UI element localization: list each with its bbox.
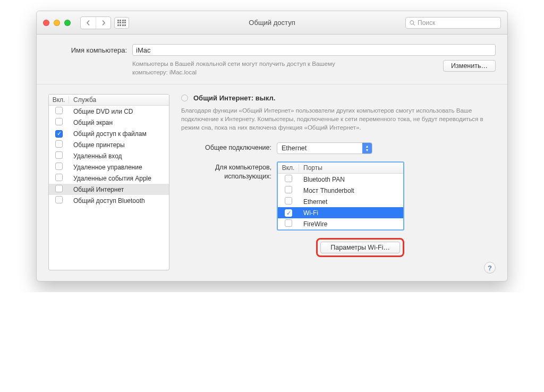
sharing-preferences-window: Общий доступ Имя компьютера: Компьютеры …: [36, 11, 508, 282]
service-label: Общий Интернет: [69, 186, 169, 193]
service-checkbox[interactable]: [55, 118, 63, 125]
wifi-options-button[interactable]: Параметры Wi-Fi…: [320, 242, 400, 253]
port-checkbox[interactable]: [285, 175, 292, 182]
port-row[interactable]: FireWire: [278, 218, 403, 229]
service-checkbox[interactable]: ✓: [55, 130, 63, 138]
select-arrows-icon: ▲▼: [362, 143, 372, 154]
help-button[interactable]: ?: [484, 262, 496, 274]
search-field[interactable]: [405, 17, 501, 29]
service-label: Удаленное управление: [69, 164, 169, 171]
service-label: Общие принтеры: [69, 141, 169, 149]
detail-pane: Общий Интернет: выкл. Благодаря функции …: [181, 94, 496, 270]
services-header: Вкл. Служба: [49, 95, 169, 106]
service-row[interactable]: Общий Интернет: [49, 184, 169, 195]
computer-name-section: Имя компьютера: Компьютеры в Вашей локал…: [37, 35, 507, 84]
titlebar: Общий доступ: [37, 11, 507, 35]
svg-line-1: [413, 23, 415, 25]
service-label: Общие DVD или CD: [69, 108, 169, 115]
service-label: Общий доступ Bluetooth: [69, 197, 169, 204]
service-row[interactable]: Общий экран: [49, 117, 169, 128]
to-computers-label: Для компьютеров, использующих:: [181, 161, 277, 181]
service-checkbox[interactable]: [55, 196, 63, 203]
edit-button[interactable]: Изменить…: [443, 60, 496, 72]
ports-body: Bluetooth PANМост ThunderboltEthernet✓Wi…: [278, 174, 403, 229]
ports-header: Вкл. Порты: [278, 163, 403, 174]
forward-button[interactable]: [96, 17, 110, 29]
service-row[interactable]: Общие принтеры: [49, 139, 169, 150]
highlight-wifi-options: Параметры Wi-Fi…: [316, 238, 404, 257]
services-header-service: Служба: [69, 96, 169, 104]
services-body: Общие DVD или CDОбщий экран✓Общий доступ…: [49, 106, 169, 206]
zoom-button[interactable]: [64, 20, 71, 26]
service-checkbox[interactable]: [55, 174, 63, 181]
ports-list[interactable]: Вкл. Порты Bluetooth PANМост Thunderbolt…: [277, 161, 404, 231]
service-row[interactable]: Удаленный вход: [49, 150, 169, 161]
window-controls: [43, 20, 71, 26]
computer-name-label: Имя компьютера:: [48, 46, 132, 54]
share-from-label: Общее подключение:: [181, 142, 277, 151]
service-row[interactable]: Удаленные события Apple: [49, 173, 169, 184]
ports-header-on: Вкл.: [278, 164, 299, 172]
computer-name-input[interactable]: [132, 44, 496, 56]
service-row[interactable]: Общие DVD или CD: [49, 106, 169, 117]
ports-header-ports: Порты: [299, 164, 403, 172]
port-label: Ethernet: [299, 198, 403, 206]
service-checkbox[interactable]: [55, 140, 63, 148]
service-row[interactable]: ✓Общий доступ к файлам: [49, 128, 169, 139]
port-row[interactable]: Bluetooth PAN: [278, 174, 403, 185]
status-indicator-icon: [181, 95, 188, 101]
port-row[interactable]: ✓Wi-Fi: [278, 207, 403, 218]
close-button[interactable]: [43, 20, 49, 26]
show-all-button[interactable]: [114, 17, 129, 29]
port-row[interactable]: Ethernet: [278, 196, 403, 207]
port-label: FireWire: [299, 220, 403, 228]
service-description: Благодаря функции «Общий Интернет» польз…: [181, 106, 496, 132]
minimize-button[interactable]: [54, 20, 60, 26]
port-row[interactable]: Мост Thunderbolt: [278, 185, 403, 196]
service-checkbox[interactable]: [55, 107, 63, 114]
port-checkbox[interactable]: ✓: [285, 209, 292, 217]
port-label: Мост Thunderbolt: [299, 187, 403, 194]
service-checkbox[interactable]: [55, 163, 63, 170]
service-checkbox[interactable]: [55, 151, 63, 159]
share-from-value: Ethernet: [282, 144, 307, 152]
port-checkbox[interactable]: [285, 186, 292, 193]
port-label: Wi-Fi: [299, 209, 403, 217]
service-label: Общий экран: [69, 119, 169, 126]
computer-name-hint: Компьютеры в Вашей локальной сети могут …: [132, 60, 355, 76]
service-status-label: Общий Интернет: выкл.: [193, 94, 275, 102]
main-section: Вкл. Служба Общие DVD или CDОбщий экран✓…: [37, 84, 507, 281]
service-label: Общий доступ к файлам: [69, 130, 169, 138]
services-list[interactable]: Вкл. Служба Общие DVD или CDОбщий экран✓…: [48, 94, 169, 270]
service-row[interactable]: Общий доступ Bluetooth: [49, 195, 169, 206]
port-label: Bluetooth PAN: [299, 176, 403, 183]
search-input[interactable]: [418, 19, 497, 27]
service-label: Удаленные события Apple: [69, 175, 169, 182]
nav-back-forward: [80, 16, 111, 29]
search-icon: [409, 20, 415, 26]
port-checkbox[interactable]: [285, 219, 292, 227]
services-header-on: Вкл.: [49, 96, 69, 104]
service-row[interactable]: Удаленное управление: [49, 161, 169, 173]
port-checkbox[interactable]: [285, 197, 292, 204]
service-checkbox[interactable]: [55, 185, 63, 192]
back-button[interactable]: [81, 17, 96, 29]
service-label: Удаленный вход: [69, 152, 169, 160]
share-from-select[interactable]: Ethernet ▲▼: [277, 142, 372, 154]
